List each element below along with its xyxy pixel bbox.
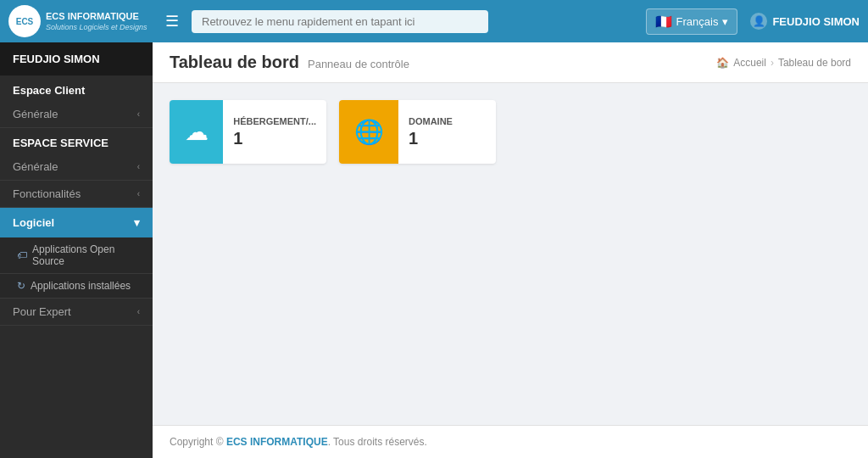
- main-layout: FEUDJIO SIMON Espace Client Générale ‹ E…: [0, 42, 868, 458]
- domaine-content: DOMAINE 1: [398, 100, 463, 164]
- apps-open-source-label: Applications Open Source: [32, 243, 136, 267]
- card-hebergement[interactable]: ☁ HÉBERGEMENT/... 1: [170, 100, 326, 164]
- home-icon: 🏠: [716, 57, 729, 69]
- chevron-icon-4: ‹: [137, 307, 140, 316]
- footer-company-link[interactable]: ECS INFORMATIQUE: [226, 436, 328, 448]
- username-label: FEUDJIO SIMON: [772, 15, 860, 28]
- sidebar-item-generale-1[interactable]: Générale ‹: [0, 101, 153, 128]
- hebergement-label: HÉBERGEMENT/...: [233, 115, 316, 127]
- page-title-area: Tableau de bord Panneau de contrôle: [170, 53, 409, 72]
- topnav-right: 🇫🇷 Français ▾ 👤 FEUDJIO SIMON: [646, 8, 860, 35]
- logo-title: ECS INFORMATIQUE: [46, 11, 147, 22]
- footer-text: Copyright ©: [170, 436, 226, 448]
- breadcrumb-current: Tableau de bord: [778, 57, 851, 69]
- sidebar-item-fonctionnalites[interactable]: Fonctionalités ‹: [0, 181, 153, 208]
- sidebar-item-apps-open-source[interactable]: 🏷 Applications Open Source: [0, 237, 153, 274]
- logo-area: ECS ECS INFORMATIQUE Solutions Logiciels…: [8, 5, 153, 37]
- apps-installees-label: Applications installées: [31, 280, 131, 292]
- content-header: Tableau de bord Panneau de contrôle 🏠 Ac…: [153, 42, 868, 83]
- hebergement-count: 1: [233, 129, 316, 148]
- hebergement-icon-area: ☁: [170, 100, 223, 164]
- breadcrumb-separator: ›: [771, 57, 774, 69]
- section-espace-service: ESPACE SERVICE: [0, 128, 153, 154]
- user-info: 👤 FEUDJIO SIMON: [750, 13, 860, 30]
- language-button[interactable]: 🇫🇷 Français ▾: [646, 8, 738, 35]
- sidebar-username: FEUDJIO SIMON: [0, 42, 153, 75]
- sidebar-item-generale-2[interactable]: Générale ‹: [0, 154, 153, 181]
- page-subtitle: Panneau de contrôle: [308, 58, 409, 70]
- domaine-count: 1: [409, 129, 453, 148]
- sidebar: FEUDJIO SIMON Espace Client Générale ‹ E…: [0, 42, 153, 458]
- sidebar-item-apps-installees[interactable]: ↻ Applications installées: [0, 274, 153, 299]
- breadcrumb-home-link[interactable]: Accueil: [733, 57, 766, 69]
- dashboard-cards: ☁ HÉBERGEMENT/... 1 🌐 DOMAINE 1: [153, 83, 868, 181]
- logo-icon: ECS: [8, 5, 41, 37]
- footer: Copyright © ECS INFORMATIQUE. Tous droit…: [153, 425, 868, 458]
- hebergement-content: HÉBERGEMENT/... 1: [223, 100, 326, 164]
- fonctionnalites-label: Fonctionalités: [13, 187, 81, 200]
- logo-subtitle: Solutions Logiciels et Designs: [46, 23, 147, 31]
- chevron-icon-1: ‹: [137, 109, 140, 119]
- logiciel-arrow-icon: ▾: [134, 216, 140, 229]
- language-label: Français: [676, 15, 719, 28]
- topnav: ECS ECS INFORMATIQUE Solutions Logiciels…: [0, 0, 868, 42]
- content-area: Tableau de bord Panneau de contrôle 🏠 Ac…: [153, 42, 868, 458]
- section-espace-client: Espace Client: [0, 75, 153, 101]
- user-avatar-icon: 👤: [750, 13, 767, 30]
- hamburger-button[interactable]: ☰: [161, 8, 183, 35]
- lang-chevron-icon: ▾: [722, 15, 728, 28]
- breadcrumb: 🏠 Accueil › Tableau de bord: [716, 57, 851, 69]
- sidebar-item-pour-expert[interactable]: Pour Expert ‹: [0, 299, 153, 326]
- sidebar-logiciel-header[interactable]: Logiciel ▾: [0, 208, 153, 237]
- logiciel-label: Logiciel: [13, 216, 54, 229]
- generale-1-label: Générale: [13, 108, 58, 120]
- chevron-icon-2: ‹: [137, 162, 140, 171]
- tag-icon: 🏷: [17, 249, 27, 261]
- logo-text-block: ECS INFORMATIQUE Solutions Logiciels et …: [46, 11, 147, 31]
- refresh-icon: ↻: [17, 280, 25, 292]
- generale-2-label: Générale: [13, 160, 58, 173]
- search-input[interactable]: [192, 10, 488, 33]
- cloud-icon: ☁: [185, 118, 209, 146]
- card-domaine[interactable]: 🌐 DOMAINE 1: [339, 100, 496, 164]
- globe-icon: 🌐: [354, 118, 384, 146]
- flag-icon: 🇫🇷: [655, 14, 672, 30]
- domaine-label: DOMAINE: [409, 115, 453, 127]
- footer-suffix: . Tous droits réservés.: [328, 436, 427, 448]
- pour-expert-label: Pour Expert: [13, 305, 71, 318]
- chevron-icon-3: ‹: [137, 189, 140, 198]
- page-title: Tableau de bord: [170, 53, 299, 72]
- domaine-icon-area: 🌐: [339, 100, 398, 164]
